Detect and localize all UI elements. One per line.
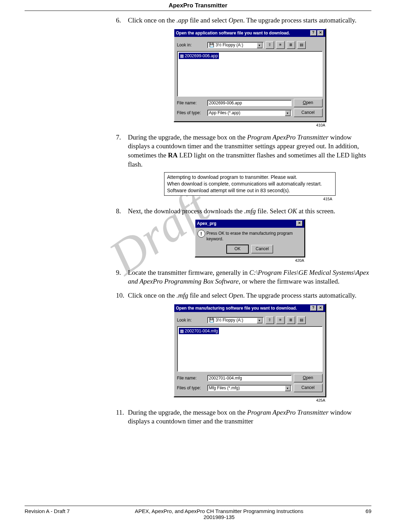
close-button[interactable]: ✕ <box>317 305 324 311</box>
file-icon: ▦ <box>180 53 184 58</box>
floppy-icon: 💾 <box>209 42 214 48</box>
filename-label: File name: <box>177 375 205 381</box>
step-text: During the upgrade, the message box on t… <box>128 134 366 168</box>
filetype-combo[interactable]: App Files (*.app) <box>207 110 292 116</box>
file-icon: ▦ <box>180 329 184 333</box>
step-9: 9. Locate the transmitter firmware, gene… <box>116 268 371 286</box>
file-list[interactable]: ▦ 2002699-006.app <box>177 51 323 97</box>
dialog-titlebar: Open the manufacturing software file you… <box>174 304 325 312</box>
status-line: Software download attempt will time out … <box>167 187 332 194</box>
filename-label: File name: <box>177 100 205 106</box>
cancel-button[interactable]: Cancel <box>294 384 323 392</box>
dialog-titlebar: Open the application software file you w… <box>174 29 325 37</box>
lookin-combo[interactable]: 💾 3½ Floppy (A:) <box>207 42 264 48</box>
close-button[interactable]: ✕ <box>296 221 303 226</box>
file-list[interactable]: ▦ 2002701-004.mfg <box>177 326 323 372</box>
new-folder-icon[interactable]: ✳ <box>276 316 285 324</box>
close-button[interactable]: ✕ <box>317 30 324 36</box>
file-item[interactable]: ▦ 2002701-004.mfg <box>179 328 219 334</box>
details-view-icon[interactable]: ▤ <box>297 316 306 324</box>
step-number: 8. <box>116 207 121 216</box>
step-10: 10. Click once on the .mfg file and sele… <box>116 291 371 403</box>
step-8: 8. Next, the download process downloads … <box>116 207 371 263</box>
step-text: Next, the download process downloads the… <box>128 207 335 215</box>
new-folder-icon[interactable]: ✳ <box>276 41 285 49</box>
details-view-icon[interactable]: ▤ <box>297 41 306 49</box>
open-button[interactable]: Open <box>294 99 323 107</box>
step-number: 11. <box>116 408 124 417</box>
dialog-title: Open the manufacturing software file you… <box>176 305 310 311</box>
dialog-title: Apex_prg <box>197 221 296 226</box>
dialog-titlebar: Apex_prg ✕ <box>195 220 304 227</box>
open-mfg-dialog: Open the manufacturing software file you… <box>174 304 326 397</box>
figure-caption: 415A <box>167 196 332 202</box>
floppy-icon: 💾 <box>209 317 214 323</box>
lookin-label: Look in: <box>177 317 205 323</box>
file-item[interactable]: ▦ 2002699-006.app <box>179 53 219 59</box>
filetype-combo[interactable]: Mfg Files (*.mfg) <box>207 385 292 391</box>
page-footer: Revision A - Draft 7 APEX, ApexPro, and … <box>25 506 371 520</box>
filename-input[interactable]: 2002699-006.app <box>207 100 292 106</box>
step-number: 9. <box>116 268 121 277</box>
footer-page-number: 69 <box>343 508 371 520</box>
up-folder-icon[interactable]: ⇧ <box>266 41 274 49</box>
cancel-button[interactable]: Cancel <box>251 245 273 253</box>
dialog-title: Open the application software file you w… <box>176 30 310 36</box>
lookin-label: Look in: <box>177 42 205 48</box>
open-app-dialog: Open the application software file you w… <box>174 28 326 122</box>
figure-caption: 420A <box>195 258 304 263</box>
figure-caption: 410A <box>174 123 325 128</box>
step-text: Click once on the .mfg file and select O… <box>128 292 357 299</box>
ok-button[interactable]: OK <box>226 245 249 254</box>
filetype-label: Files of type: <box>177 110 205 116</box>
filename-input[interactable]: 2002701-004.mfg <box>207 375 292 381</box>
download-status-box: Attempting to download program to transm… <box>164 172 336 196</box>
filetype-label: Files of type: <box>177 385 205 391</box>
step-text: Click once on the .app file and select O… <box>128 17 357 24</box>
status-line: Attempting to download program to transm… <box>167 174 332 181</box>
help-button[interactable]: ? <box>310 30 317 36</box>
open-button[interactable]: Open <box>294 374 323 382</box>
footer-revision: Revision A - Draft 7 <box>25 508 95 520</box>
figure-caption: 425A <box>174 398 325 403</box>
footer-title: APEX, ApexPro, and ApexPro CH Transmitte… <box>95 508 343 520</box>
up-folder-icon[interactable]: ⇧ <box>266 316 274 324</box>
msgbox-text: Press OK to erase the manufacturing prog… <box>195 228 304 243</box>
apex-prg-msgbox: Apex_prg ✕ Press OK to erase the manufac… <box>195 219 305 257</box>
help-button[interactable]: ? <box>310 305 317 311</box>
step-text: Locate the transmitter firmware, general… <box>128 269 369 285</box>
step-number: 10. <box>116 291 124 300</box>
list-view-icon[interactable]: ≣ <box>287 316 295 324</box>
page-header: ApexPro Transmitter <box>25 0 371 11</box>
status-line: When download is complete, communication… <box>167 181 332 187</box>
list-view-icon[interactable]: ≣ <box>287 41 295 49</box>
step-6: 6. Click once on the .app file and selec… <box>116 16 371 128</box>
step-text: During the upgrade, the message box on t… <box>128 409 352 425</box>
step-number: 6. <box>116 16 121 25</box>
cancel-button[interactable]: Cancel <box>294 109 323 117</box>
step-7: 7. During the upgrade, the message box o… <box>116 133 371 202</box>
step-number: 7. <box>116 133 121 142</box>
lookin-combo[interactable]: 💾 3½ Floppy (A:) <box>207 317 264 323</box>
step-11: 11. During the upgrade, the message box … <box>116 408 371 426</box>
